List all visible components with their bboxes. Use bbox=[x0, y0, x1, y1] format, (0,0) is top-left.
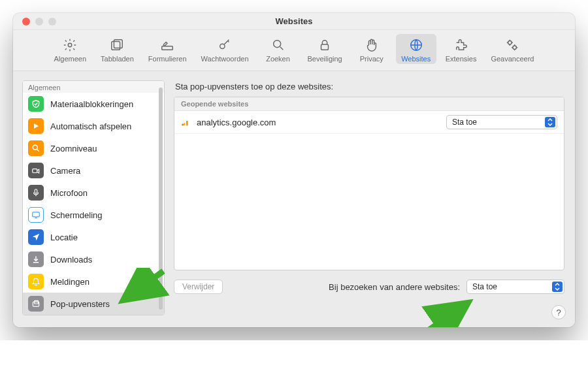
key-icon bbox=[216, 37, 233, 54]
titlebar: Websites bbox=[13, 13, 575, 30]
svg-point-18 bbox=[182, 124, 184, 126]
camera-icon bbox=[28, 163, 44, 178]
site-domain: analytics.google.com bbox=[197, 118, 276, 127]
bell-icon bbox=[28, 274, 44, 289]
pencil-field-icon bbox=[159, 37, 176, 54]
sidebar-item-location[interactable]: Locatie bbox=[23, 226, 164, 248]
svg-point-9 bbox=[513, 46, 517, 50]
svg-rect-15 bbox=[35, 300, 39, 304]
tab-passwords[interactable]: Wachtwoorden bbox=[196, 34, 254, 64]
sidebar-item-label: Schermdeling bbox=[50, 210, 103, 220]
popup-window-icon bbox=[28, 296, 44, 312]
sidebar-item-label: Meldingen bbox=[50, 277, 90, 287]
sidebar-item-label: Zoomniveau bbox=[50, 144, 97, 153]
site-permission-select[interactable]: Sta toe bbox=[446, 115, 557, 129]
window-title: Websites bbox=[13, 16, 575, 26]
sidebar-item-screensharing[interactable]: Schermdeling bbox=[23, 204, 164, 226]
main-panel: Sta pop-upvensters toe op deze websites:… bbox=[174, 80, 564, 315]
sidebar-item-autoplay[interactable]: Automatisch afspelen bbox=[23, 115, 164, 137]
tab-autofill[interactable]: Formulieren bbox=[143, 34, 192, 64]
svg-rect-3 bbox=[162, 46, 173, 50]
content-area: Algemeen Materiaalblokkeringen Automatis… bbox=[13, 71, 575, 327]
select-value: Sta toe bbox=[472, 282, 497, 291]
sidebar-item-label: Automatisch afspelen bbox=[50, 121, 131, 131]
svg-rect-16 bbox=[184, 123, 186, 125]
svg-rect-11 bbox=[33, 169, 37, 173]
sidebar-item-content-blockers[interactable]: Materiaalblokkeringen bbox=[23, 93, 164, 115]
tab-tabs[interactable]: Tabbladen bbox=[95, 34, 139, 64]
sidebar-item-camera[interactable]: Camera bbox=[23, 159, 164, 182]
svg-point-5 bbox=[273, 40, 280, 48]
gear-icon bbox=[61, 37, 78, 54]
puzzle-icon bbox=[453, 37, 470, 54]
panel-footer: Verwijder Bij bezoeken van andere websit… bbox=[174, 280, 564, 294]
default-policy-select[interactable]: Sta toe bbox=[466, 280, 564, 294]
sidebar: Algemeen Materiaalblokkeringen Automatis… bbox=[22, 80, 165, 315]
sidebar-item-notifications[interactable]: Meldingen bbox=[23, 270, 164, 293]
sidebar-section-header: Algemeen bbox=[23, 81, 164, 93]
search-icon bbox=[270, 37, 287, 54]
sidebar-item-popups[interactable]: Pop-upvensters bbox=[23, 293, 164, 315]
preferences-toolbar: Algemeen Tabbladen Formulieren Wachtwoor… bbox=[13, 30, 575, 71]
sidebar-item-label: Pop-upvensters bbox=[50, 299, 110, 309]
website-row[interactable]: analytics.google.com Sta toe bbox=[174, 111, 564, 134]
chevron-updown-icon bbox=[545, 117, 555, 127]
help-button[interactable]: ? bbox=[551, 305, 566, 319]
hand-icon bbox=[363, 37, 380, 54]
location-arrow-icon bbox=[28, 229, 44, 245]
svg-point-4 bbox=[220, 44, 225, 48]
gears-icon bbox=[504, 37, 521, 54]
chevron-updown-icon bbox=[552, 282, 563, 292]
select-value: Sta toe bbox=[452, 118, 477, 127]
svg-point-8 bbox=[508, 41, 512, 45]
microphone-icon bbox=[28, 185, 44, 201]
shield-check-icon bbox=[28, 96, 44, 112]
sidebar-item-label: Microfoon bbox=[50, 188, 88, 198]
tab-security[interactable]: Beveiliging bbox=[302, 34, 348, 64]
sidebar-scrollbar[interactable] bbox=[159, 85, 163, 311]
panel-title: Sta pop-upvensters toe op deze websites: bbox=[175, 82, 564, 91]
screen-share-icon bbox=[28, 207, 44, 223]
svg-rect-17 bbox=[186, 121, 188, 125]
remove-button[interactable]: Verwijder bbox=[174, 280, 223, 294]
svg-point-10 bbox=[33, 145, 37, 150]
download-icon bbox=[28, 251, 44, 267]
play-icon bbox=[28, 118, 44, 134]
tab-search[interactable]: Zoeken bbox=[258, 34, 299, 64]
svg-point-0 bbox=[69, 43, 73, 47]
svg-rect-6 bbox=[321, 44, 329, 50]
sidebar-item-downloads[interactable]: Downloads bbox=[23, 248, 164, 270]
sidebar-item-label: Locatie bbox=[50, 233, 78, 242]
websites-list: Geopende websites analytics.google.com S… bbox=[174, 97, 564, 270]
globe-icon bbox=[408, 37, 425, 54]
svg-rect-1 bbox=[112, 42, 120, 50]
svg-rect-13 bbox=[33, 212, 40, 217]
preferences-window: Websites Algemeen Tabbladen Formulieren … bbox=[13, 13, 575, 327]
tab-privacy[interactable]: Privacy bbox=[351, 34, 392, 64]
svg-rect-2 bbox=[114, 40, 123, 48]
list-section-header: Geopende websites bbox=[174, 97, 564, 111]
tabs-icon bbox=[108, 37, 125, 54]
tab-websites[interactable]: Websites bbox=[396, 34, 436, 64]
zoom-icon bbox=[28, 140, 44, 156]
site-favicon-icon bbox=[181, 117, 191, 127]
sidebar-item-microphone[interactable]: Microfoon bbox=[23, 182, 164, 204]
sidebar-item-label: Camera bbox=[50, 166, 80, 176]
svg-rect-12 bbox=[35, 189, 37, 193]
sidebar-item-zoom[interactable]: Zoomniveau bbox=[23, 137, 164, 159]
scrollbar-thumb[interactable] bbox=[159, 88, 163, 310]
tab-extensions[interactable]: Extensies bbox=[440, 34, 482, 64]
default-policy-label: Bij bezoeken van andere websites: bbox=[329, 282, 460, 292]
sidebar-item-label: Downloads bbox=[50, 255, 92, 265]
tab-general[interactable]: Algemeen bbox=[49, 34, 92, 64]
tab-advanced[interactable]: Geavanceerd bbox=[485, 34, 539, 64]
lock-icon bbox=[316, 37, 333, 54]
sidebar-item-label: Materiaalblokkeringen bbox=[50, 99, 133, 109]
